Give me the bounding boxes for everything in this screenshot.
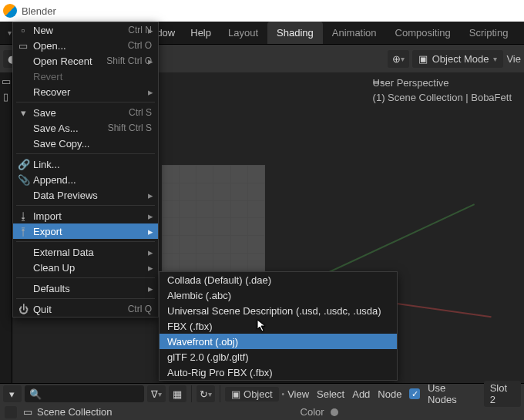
use-nodes-checkbox[interactable]: ✓ [409,388,420,399]
object-mode-label: Object Mode [432,53,489,65]
outliner-type-icon[interactable] [5,406,17,418]
filter-collection-button[interactable]: ▦ [169,385,187,402]
object-mode-dropdown[interactable]: ▣ Object Mode ▾ [412,50,504,68]
outliner-search[interactable]: 🔍 [25,385,144,402]
node-color-label: Color [301,406,324,418]
search-icon: 🔍 [29,388,42,400]
file-defaults[interactable]: Defaults▸ [13,281,158,296]
left-toolbar: ▭ ▯ [0,72,12,383]
tab-video-editing[interactable]: Video Editing [517,22,524,44]
tool-icon-2[interactable]: ▯ [1,91,12,102]
file-open-recent[interactable]: Open RecentShift Ctrl O▸ [13,53,158,69]
file-external-data[interactable]: External Data▸ [13,244,158,260]
menu-select[interactable]: Select [317,388,344,400]
file-menu-dropdown: ▫NewCtrl N▸ ▭Open...Ctrl O Open RecentSh… [12,22,159,318]
menu-help[interactable]: Help [183,22,219,44]
filter-funnel-button[interactable]: ∇▾ [147,385,166,402]
pivot-icon: ⊕ [392,53,401,65]
export-usd[interactable]: Universal Scene Description (.usd, .usdc… [160,303,397,318]
export-fbx[interactable]: FBX (.fbx) [160,318,397,334]
chevron-down-icon: • [282,390,285,398]
menu-add[interactable]: Add [352,388,370,400]
collection-icon: ▭ [23,406,32,418]
file-save-as[interactable]: Save As...Shift Ctrl S [13,120,158,136]
file-data-previews[interactable]: Data Previews▸ [13,187,158,203]
sync-button[interactable]: ↻▾ [196,385,215,402]
export-gltf[interactable]: glTF 2.0 (.glb/.gltf) [160,349,397,365]
tab-shading[interactable]: Shading [267,22,323,44]
overlay-collection: (1) Scene Collection | BobaFett [373,92,512,103]
slot-selector[interactable]: Slot 2 [484,381,521,407]
save-icon: ▾ [18,107,29,119]
tool-icon-1[interactable]: ▭ [1,76,12,86]
power-icon: ⏻ [18,304,29,315]
use-nodes-label: Use Nodes [428,382,476,405]
view-label-cut[interactable]: Vie [506,53,521,65]
cube-icon: ▣ [231,388,240,400]
grid-icon: ▦ [173,388,182,400]
file-link[interactable]: 🔗Link... [13,156,158,172]
file-recover[interactable]: Recover▸ [13,84,158,99]
menu-view[interactable]: View [287,388,309,400]
export-collada[interactable]: Collada (Default) (.dae) [160,272,397,287]
file-quit[interactable]: ⏻QuitCtrl Q [13,301,158,317]
file-save[interactable]: ▾SaveCtrl S [13,105,158,120]
file-new-icon: ▫ [18,25,29,36]
funnel-icon: ∇ [151,388,158,400]
preview-grid [162,165,265,271]
import-icon: ⭳ [18,210,29,222]
overlay-perspective: User Perspective [373,77,512,89]
tab-animation[interactable]: Animation [323,22,386,44]
file-new[interactable]: ▫NewCtrl N▸ [13,22,158,38]
link-icon: 🔗 [18,159,29,170]
export-alembic[interactable]: Alembic (.abc) [160,287,397,303]
export-obj[interactable]: Wavefront (.obj) [160,334,397,349]
menu-node[interactable]: Node [378,388,401,400]
export-autorig-fbx[interactable]: Auto-Rig Pro FBX (.fbx) [160,365,397,380]
file-save-copy[interactable]: Save Copy... [13,136,158,151]
file-revert: Revert [13,69,158,84]
tab-scripting[interactable]: Scripting [460,22,518,44]
file-open[interactable]: ▭Open...Ctrl O [13,38,158,53]
color-dot-icon[interactable] [331,408,338,416]
chevron-down-icon: ▾ [493,55,497,63]
export-submenu: Collada (Default) (.dae) Alembic (.abc) … [159,271,398,381]
file-append[interactable]: 📎Append... [13,172,158,187]
object-mode-icon: ▣ [418,53,428,65]
chevron-down-icon: ▾ [8,29,12,37]
outliner-scene-collection[interactable]: ▭ Scene Collection [23,406,113,418]
pivot-dropdown[interactable]: ⊕▾ [388,50,409,68]
export-icon: ⭱ [18,226,29,237]
refresh-icon: ↻ [200,388,208,400]
blender-logo-icon [3,4,17,18]
file-export[interactable]: ⭱Export▸ [13,223,158,239]
object-dropdown[interactable]: ▣Object [225,387,279,402]
tab-compositing[interactable]: Compositing [386,22,460,44]
window-title: Blender [22,5,56,17]
tab-layout[interactable]: Layout [219,22,267,44]
file-clean-up[interactable]: Clean Up▸ [13,260,158,275]
append-icon: 📎 [18,174,29,186]
file-import[interactable]: ⭳Import▸ [13,208,158,223]
outliner-filter-icon[interactable]: ▾ [3,385,22,402]
folder-icon: ▭ [18,40,29,52]
